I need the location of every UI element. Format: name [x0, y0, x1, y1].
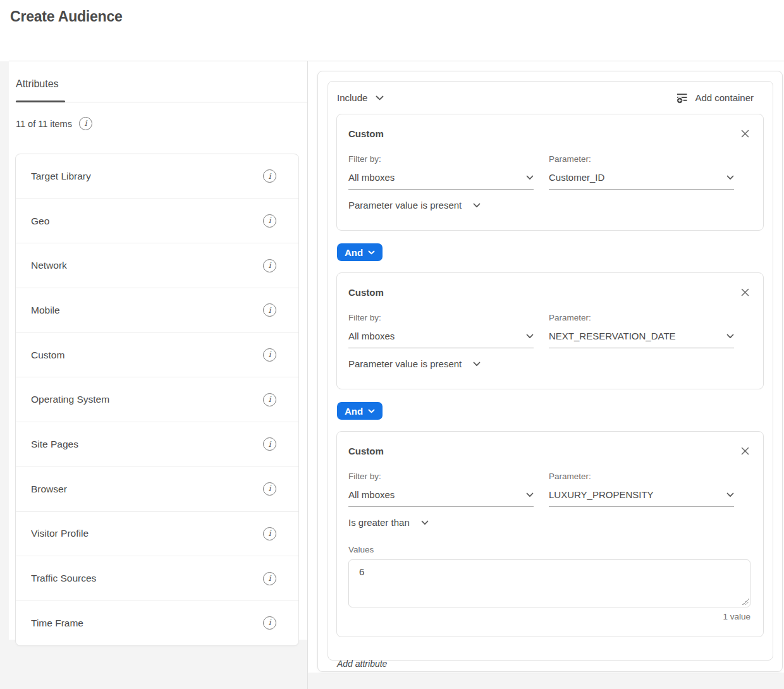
include-container: Include Add container [328, 81, 773, 661]
list-item-operating-system[interactable]: Operating System i [16, 377, 298, 422]
info-icon[interactable]: i [263, 214, 276, 228]
list-item-network[interactable]: Network i [16, 243, 298, 288]
filter-by-select[interactable]: All mboxes [348, 331, 534, 348]
close-icon [741, 447, 749, 455]
parameter-value: LUXURY_PROPENSITY [549, 489, 654, 500]
operator-value: Parameter value is present [348, 358, 462, 369]
filter-by-value: All mboxes [348, 172, 395, 183]
info-icon[interactable]: i [263, 348, 276, 362]
info-icon[interactable]: i [263, 437, 276, 451]
list-item-geo[interactable]: Geo i [16, 198, 298, 243]
list-item-label: Visitor Profile [31, 528, 89, 539]
list-item-visitor-profile[interactable]: Visitor Profile i [16, 511, 298, 556]
list-item-label: Traffic Sources [31, 573, 96, 584]
operator-select[interactable]: Is greater than [348, 517, 429, 528]
list-item-label: Geo [31, 216, 49, 227]
and-operator-button[interactable]: And [337, 402, 383, 420]
include-dropdown-value: Include [337, 92, 367, 103]
info-icon[interactable]: i [79, 117, 92, 130]
chevron-down-icon [526, 334, 534, 339]
filter-by-field: Filter by: All mboxes [348, 154, 534, 190]
filter-by-select[interactable]: All mboxes [348, 172, 534, 190]
values-field: Values 6 1 value [348, 545, 750, 621]
list-item-label: Operating System [31, 394, 109, 405]
include-dropdown[interactable]: Include [337, 92, 384, 103]
remove-condition-button[interactable] [741, 288, 749, 296]
add-attribute-link[interactable]: Add attribute [337, 659, 387, 669]
info-icon[interactable]: i [263, 259, 276, 272]
list-item-time-frame[interactable]: Time Frame i [16, 601, 298, 645]
chevron-down-icon [473, 362, 481, 367]
items-count: 11 of 11 items [16, 119, 72, 129]
close-icon [741, 288, 749, 296]
filter-by-value: All mboxes [348, 331, 395, 341]
info-icon[interactable]: i [263, 616, 276, 630]
list-item-target-library[interactable]: Target Library i [16, 154, 298, 198]
operator-select[interactable]: Parameter value is present [348, 200, 481, 210]
tab-active-indicator [16, 101, 65, 102]
info-icon[interactable]: i [263, 303, 276, 317]
rule-group-card: Include Add container [317, 71, 783, 672]
filter-by-field: Filter by: All mboxes [348, 313, 534, 348]
parameter-select[interactable]: Customer_ID [549, 172, 734, 190]
parameter-select[interactable]: LUXURY_PROPENSITY [549, 489, 734, 507]
chevron-down-icon [726, 334, 734, 339]
list-item-label: Target Library [31, 171, 91, 182]
parameter-value: NEXT_RESERVATION_DATE [549, 331, 676, 341]
filter-by-field: Filter by: All mboxes [348, 472, 534, 507]
list-item-label: Time Frame [31, 618, 83, 629]
add-container-label: Add container [695, 92, 754, 103]
tab-attributes[interactable]: Attributes [16, 78, 59, 90]
info-icon[interactable]: i [263, 527, 276, 540]
and-operator-button[interactable]: And [337, 243, 383, 261]
list-item-custom[interactable]: Custom i [16, 332, 298, 377]
chevron-down-icon [473, 203, 481, 208]
condition-card-luxury-propensity: Custom Filter by: All mboxes Parame [336, 431, 764, 637]
parameter-select[interactable]: NEXT_RESERVATION_DATE [549, 331, 734, 348]
list-item-label: Site Pages [31, 439, 78, 450]
list-item-label: Browser [31, 484, 67, 495]
panel-divider [307, 61, 308, 689]
add-container-button[interactable]: Add container [676, 92, 754, 104]
condition-card-title: Custom [348, 128, 384, 139]
values-label: Values [348, 545, 750, 554]
chevron-down-icon [421, 520, 429, 525]
list-item-mobile[interactable]: Mobile i [16, 288, 298, 332]
condition-card-customer-id: Custom Filter by: All mboxes Parame [336, 114, 764, 231]
close-icon [741, 130, 749, 138]
list-item-label: Custom [31, 350, 64, 361]
info-icon[interactable]: i [263, 169, 276, 183]
operator-value: Parameter value is present [348, 200, 462, 210]
filter-by-select[interactable]: All mboxes [348, 489, 534, 507]
info-icon[interactable]: i [263, 482, 276, 496]
attributes-list: Target Library i Geo i Network i Mobile … [15, 154, 299, 646]
parameter-value: Customer_ID [549, 172, 604, 183]
chevron-down-icon [368, 250, 375, 255]
remove-condition-button[interactable] [741, 130, 749, 138]
audience-builder-panel: Include Add container [308, 61, 784, 673]
page-title: Create Audience [10, 8, 123, 25]
and-operator-label: And [345, 247, 363, 258]
info-icon[interactable]: i [263, 393, 276, 406]
chevron-down-icon [368, 409, 375, 413]
chevron-down-icon [726, 175, 734, 180]
list-item-site-pages[interactable]: Site Pages i [16, 422, 298, 466]
condition-card-title: Custom [348, 287, 384, 298]
condition-card-next-reservation-date: Custom Filter by: All mboxes Parame [336, 272, 764, 389]
parameter-label: Parameter: [549, 472, 734, 481]
values-input[interactable]: 6 [348, 559, 750, 607]
condition-card-title: Custom [348, 446, 384, 456]
chevron-down-icon [526, 492, 534, 497]
parameter-label: Parameter: [549, 313, 734, 322]
include-header: Include Add container [336, 82, 764, 114]
list-item-browser[interactable]: Browser i [16, 466, 298, 511]
parameter-label: Parameter: [549, 154, 734, 164]
operator-select[interactable]: Parameter value is present [348, 358, 481, 369]
info-icon[interactable]: i [263, 572, 276, 585]
chevron-down-icon [526, 175, 534, 180]
list-item-traffic-sources[interactable]: Traffic Sources i [16, 556, 298, 601]
list-item-label: Network [31, 260, 67, 271]
add-container-icon [676, 92, 689, 104]
remove-condition-button[interactable] [741, 447, 749, 455]
items-count-row: 11 of 11 items i [16, 117, 307, 130]
